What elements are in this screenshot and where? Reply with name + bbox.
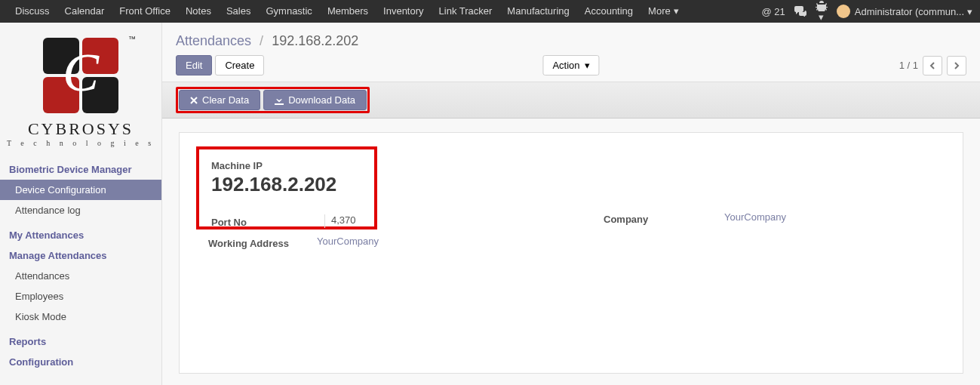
- port-no-label: Port No: [211, 214, 324, 228]
- chevron-right-icon: [954, 62, 960, 69]
- top-navbar-left: Discuss Calendar Front Office Notes Sale…: [8, 0, 687, 23]
- nav-members[interactable]: Members: [320, 0, 376, 23]
- nav-discuss[interactable]: Discuss: [8, 0, 57, 23]
- working-address-value[interactable]: YourCompany: [317, 236, 379, 247]
- nav-accounting[interactable]: Accounting: [577, 0, 641, 23]
- top-navbar-right: @ 21 ▾ Administrator (commun... ▾: [762, 1, 972, 23]
- main-content: Attendances / 192.168.2.202 Edit Create …: [162, 23, 980, 385]
- sidebar-section-manage-attendances: Manage Attendances: [0, 245, 161, 266]
- sidebar-item-employees[interactable]: Employees: [0, 286, 161, 306]
- close-icon: [190, 97, 198, 104]
- sidebar-item-kiosk-mode[interactable]: Kiosk Mode: [0, 306, 161, 327]
- trademark-icon: ™: [128, 35, 136, 43]
- sidebar-section-bdm: Biometric Device Manager: [0, 159, 161, 180]
- top-navbar: Discuss Calendar Front Office Notes Sale…: [0, 0, 980, 23]
- clear-data-label: Clear Data: [202, 94, 249, 106]
- pager-next-button[interactable]: [947, 56, 966, 75]
- chevron-down-icon: ▾: [585, 60, 590, 71]
- breadcrumb-separator: /: [260, 33, 263, 48]
- pager-prev-button[interactable]: [923, 56, 942, 75]
- nav-link-tracker[interactable]: Link Tracker: [432, 0, 500, 23]
- company-value[interactable]: YourCompany: [724, 211, 786, 223]
- chevron-down-icon: ▾: [674, 5, 679, 17]
- edit-button[interactable]: Edit: [176, 55, 212, 75]
- nav-front-office[interactable]: Front Office: [112, 0, 178, 23]
- port-no-value: 4,370: [324, 214, 362, 228]
- nav-sales[interactable]: Sales: [219, 0, 259, 23]
- nav-gymnastic[interactable]: Gymnastic: [258, 0, 319, 23]
- sidebar-item-device-configuration[interactable]: Device Configuration: [0, 180, 161, 200]
- machine-ip-label: Machine IP: [211, 160, 362, 171]
- bug-icon[interactable]: ▾: [816, 1, 828, 23]
- company-label: Company: [604, 211, 717, 225]
- user-menu[interactable]: Administrator (commun... ▾: [837, 5, 972, 18]
- nav-notes[interactable]: Notes: [178, 0, 219, 23]
- sidebar-item-attendances[interactable]: Attendances: [0, 266, 161, 286]
- messages-indicator[interactable]: @ 21: [762, 6, 785, 17]
- logo: ™ C CYBROSYS T e c h n o l o g i e s: [0, 23, 161, 155]
- machine-ip-value: 192.168.2.202: [211, 173, 362, 196]
- sidebar-section-configuration[interactable]: Configuration: [0, 352, 161, 372]
- statusbar: Clear Data Download Data: [162, 82, 980, 119]
- chat-icon[interactable]: [794, 6, 806, 17]
- action-label: Action: [552, 60, 579, 71]
- messages-count: 21: [774, 6, 785, 17]
- user-name: Administrator (commun...: [855, 6, 964, 17]
- highlight-box-buttons: Clear Data Download Data: [176, 87, 370, 113]
- download-icon: [275, 96, 284, 105]
- nav-inventory[interactable]: Inventory: [376, 0, 431, 23]
- nav-manufacturing[interactable]: Manufacturing: [499, 0, 576, 23]
- logo-name: CYBROSYS: [0, 119, 161, 139]
- sidebar-section-reports[interactable]: Reports: [0, 331, 161, 352]
- avatar-icon: [837, 5, 850, 18]
- nav-more[interactable]: More▾: [641, 0, 687, 23]
- nav-calendar[interactable]: Calendar: [57, 0, 112, 23]
- logo-tagline: T e c h n o l o g i e s: [0, 139, 161, 147]
- download-data-label: Download Data: [288, 94, 355, 106]
- logo-mark: C: [43, 38, 118, 113]
- chevron-down-icon: ▾: [819, 11, 824, 23]
- create-button[interactable]: Create: [215, 55, 264, 75]
- highlight-box-record: Machine IP 192.168.2.202 Port No 4,370: [196, 146, 377, 229]
- form-sheet: Machine IP 192.168.2.202 Port No 4,370 C…: [179, 132, 963, 374]
- pager-text: 1 / 1: [899, 60, 918, 71]
- sidebar: ™ C CYBROSYS T e c h n o l o g i e s Bio…: [0, 23, 162, 385]
- pager: 1 / 1: [899, 56, 966, 75]
- sidebar-item-attendance-log[interactable]: Attendance log: [0, 200, 161, 220]
- sidebar-section-my-attendances: My Attendances: [0, 225, 161, 245]
- breadcrumb: Attendances / 192.168.2.202: [162, 23, 980, 55]
- breadcrumb-current: 192.168.2.202: [272, 33, 358, 48]
- download-data-button[interactable]: Download Data: [263, 90, 367, 110]
- breadcrumb-root[interactable]: Attendances: [176, 33, 251, 48]
- chevron-down-icon: ▾: [967, 6, 972, 17]
- nav-more-label: More: [648, 5, 671, 17]
- chevron-left-icon: [929, 62, 935, 69]
- control-panel: Edit Create Action▾ 1 / 1: [162, 55, 980, 82]
- action-dropdown[interactable]: Action▾: [542, 55, 599, 75]
- working-address-label: Working Address: [196, 236, 309, 249]
- clear-data-button[interactable]: Clear Data: [179, 90, 260, 110]
